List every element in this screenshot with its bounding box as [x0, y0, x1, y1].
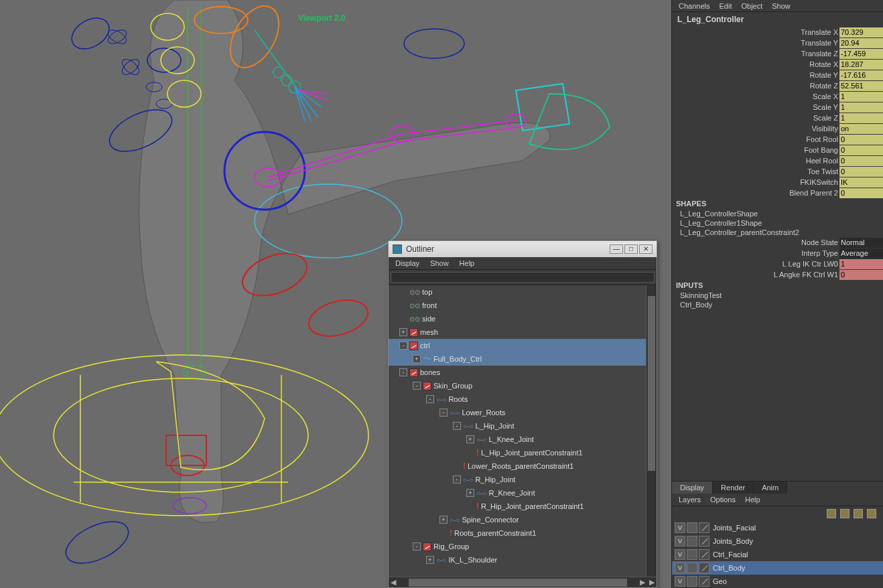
layer-row[interactable]: VCtrl_Body: [672, 561, 883, 575]
attr-value[interactable]: [839, 124, 883, 134]
tree-row[interactable]: +〜Full_Body_Ctrl: [389, 352, 657, 366]
layer-vis-toggle[interactable]: V: [675, 536, 685, 546]
layer-row[interactable]: VGeo: [672, 575, 883, 588]
tree-toggle[interactable]: -: [426, 395, 434, 403]
layer-type-toggle[interactable]: [687, 563, 697, 573]
attr-label[interactable]: Rotate Z: [672, 82, 839, 90]
layer-vis-toggle[interactable]: V: [675, 549, 685, 560]
attr-label[interactable]: Foot Bang: [672, 146, 839, 154]
layer-color[interactable]: [699, 522, 709, 533]
attr-label[interactable]: Foot Rool: [672, 135, 839, 143]
tree-row[interactable]: ⊙⊙side: [389, 312, 657, 325]
tab-display[interactable]: Display: [672, 482, 713, 494]
layer-icon-4[interactable]: [867, 509, 876, 518]
attr-value[interactable]: [839, 135, 883, 145]
attr-label[interactable]: Rotate Y: [672, 71, 839, 79]
layer-vis-toggle[interactable]: V: [675, 576, 685, 587]
attr-label[interactable]: L Angke FK Ctrl W1: [672, 271, 839, 279]
layer-color[interactable]: [699, 576, 709, 587]
attr-label[interactable]: Heel Rool: [672, 157, 839, 165]
tree-toggle[interactable]: -: [413, 382, 421, 390]
tree-toggle[interactable]: -: [439, 409, 448, 417]
tab-render[interactable]: Render: [713, 482, 754, 494]
tree-toggle[interactable]: -: [399, 342, 407, 350]
tree-row[interactable]: -Skin_Group: [389, 379, 657, 392]
attr-label[interactable]: Scale X: [672, 92, 839, 100]
layer-type-toggle[interactable]: [687, 576, 697, 587]
attr-label[interactable]: Rotate X: [672, 60, 839, 68]
scroll-left-icon[interactable]: ◀: [389, 578, 398, 587]
tree-toggle[interactable]: -: [413, 542, 421, 550]
menu-channels[interactable]: Channels: [679, 2, 709, 10]
tree-row[interactable]: -○-○L_Hip_Joint: [389, 419, 657, 433]
tree-row[interactable]: !Roots_parentConstraint1: [389, 526, 657, 540]
attr-value[interactable]: [839, 70, 883, 80]
layer-row[interactable]: VJoints_Body: [672, 534, 883, 548]
input-item[interactable]: Ctrl_Body: [672, 300, 883, 309]
attr-value[interactable]: [839, 81, 883, 91]
shape-item[interactable]: L_Leg_Controller_parentConstraint2: [672, 228, 883, 237]
attr-label[interactable]: Scale Z: [672, 114, 839, 122]
layer-color[interactable]: [699, 536, 709, 546]
layer-vis-toggle[interactable]: V: [675, 563, 685, 573]
attr-label[interactable]: Visibility: [672, 125, 839, 133]
layer-color[interactable]: [699, 563, 709, 573]
tree-toggle[interactable]: -: [453, 475, 461, 484]
tree-scrollbar-horizontal[interactable]: ◀ ▶ ▶: [389, 577, 657, 587]
tree-scrollbar-vertical[interactable]: [646, 285, 657, 577]
tree-row[interactable]: -○-○Roots: [389, 392, 657, 406]
tree-toggle[interactable]: +: [426, 556, 434, 564]
menu-show[interactable]: Show: [772, 2, 791, 10]
outliner-menu-display[interactable]: Display: [395, 259, 419, 267]
attr-value[interactable]: [839, 27, 883, 38]
minimize-button[interactable]: —: [610, 244, 623, 254]
attr-value[interactable]: [839, 259, 883, 269]
attr-label[interactable]: Translate X: [672, 28, 839, 36]
shape-item[interactable]: L_Leg_ControllerShape: [672, 209, 883, 218]
attr-value[interactable]: [839, 92, 883, 102]
layer-icon-3[interactable]: [854, 509, 863, 518]
attr-value[interactable]: [839, 60, 883, 70]
outliner-menu-show[interactable]: Show: [430, 259, 449, 267]
tree-toggle[interactable]: +: [466, 435, 474, 443]
tree-row[interactable]: -ctrl: [389, 339, 657, 352]
attr-value[interactable]: [839, 248, 883, 259]
scroll-right-icon[interactable]: ▶: [638, 578, 647, 587]
attr-value[interactable]: [839, 156, 883, 166]
tree-toggle[interactable]: +: [466, 489, 474, 497]
menu-options[interactable]: Options: [710, 496, 736, 504]
shape-item[interactable]: L_Leg_Controller1Shape: [672, 218, 883, 228]
close-button[interactable]: ✕: [639, 244, 653, 254]
attr-label[interactable]: Translate Y: [672, 39, 839, 47]
outliner-search-input[interactable]: [391, 272, 655, 283]
tab-anim[interactable]: Anim: [754, 482, 787, 494]
tree-row[interactable]: +○-○Spine_Connector: [389, 513, 657, 526]
tree-row[interactable]: +○-○R_Knee_Joint: [389, 486, 657, 500]
maximize-button[interactable]: □: [624, 244, 638, 254]
attr-value[interactable]: [839, 49, 883, 59]
tree-toggle[interactable]: +: [399, 328, 407, 336]
tree-row[interactable]: +○-○L_Knee_Joint: [389, 433, 657, 446]
menu-object[interactable]: Object: [741, 2, 762, 10]
tree-row[interactable]: ⊙⊙top: [389, 285, 657, 299]
tree-row[interactable]: -Rig_Group: [389, 540, 657, 553]
layer-icon-1[interactable]: [827, 509, 836, 518]
attr-label[interactable]: FKIKSwitch: [672, 178, 839, 186]
attr-label[interactable]: Blend Parent 2: [672, 189, 839, 197]
tree-toggle[interactable]: +: [439, 516, 448, 524]
tree-row[interactable]: -bones: [389, 366, 657, 379]
tree-row[interactable]: -○-○R_Hip_Joint: [389, 473, 657, 486]
attr-value[interactable]: [839, 38, 883, 48]
input-item[interactable]: SkinningTest: [672, 291, 883, 300]
attr-label[interactable]: Node State: [672, 238, 839, 246]
tree-row[interactable]: +mesh: [389, 325, 657, 339]
attr-label[interactable]: L Leg IK Ctr LW0: [672, 260, 839, 268]
layer-type-toggle[interactable]: [687, 549, 697, 560]
layer-type-toggle[interactable]: [687, 536, 697, 546]
tree-row[interactable]: -○-○Lower_Roots: [389, 406, 657, 419]
menu-help[interactable]: Help: [745, 496, 760, 504]
tree-toggle[interactable]: -: [453, 422, 461, 430]
attr-label[interactable]: Scale Y: [672, 103, 839, 111]
tree-row[interactable]: !L_Hip_Joint_parentConstraint1: [389, 446, 657, 459]
attr-value[interactable]: [839, 188, 883, 198]
